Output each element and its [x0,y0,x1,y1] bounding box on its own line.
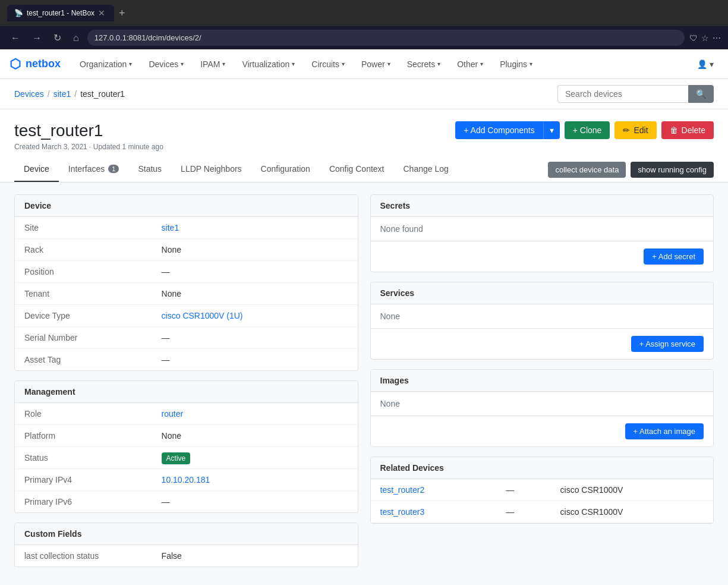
secrets-card-footer: + Add secret [371,241,714,272]
custom-fields-header: Custom Fields [15,523,358,545]
nav-plugins-link[interactable]: Plugins ▾ [493,55,540,74]
nav-devices[interactable]: Devices ▾ [141,55,191,74]
show-running-config-button[interactable]: show running config [631,162,714,178]
secrets-card-body: None found [371,217,714,241]
edit-label: Edit [634,125,648,135]
nav-secrets-label: Secrets [407,59,435,69]
nav-circuits-link[interactable]: Circuits ▾ [304,55,352,74]
breadcrumb-devices[interactable]: Devices [14,89,44,99]
tab-config-context[interactable]: Config Context [320,157,394,182]
primary-ipv4-value[interactable]: 10.10.20.181 [162,475,210,485]
asset-tag-value: — [152,349,358,371]
images-card-body: None [371,392,714,416]
tab-status[interactable]: Status [128,157,171,182]
search-button[interactable]: 🔍 [688,85,714,103]
table-row: test_router2 — cisco CSR1000V [371,479,714,501]
nav-circuits[interactable]: Circuits ▾ [304,55,352,74]
services-card: Services None + Assign service [370,282,714,360]
tab-interfaces[interactable]: Interfaces 1 [59,157,129,182]
images-card-footer: + Attach an image [371,416,714,446]
add-components-button[interactable]: + Add Components [455,121,543,139]
page-meta: Created March 3, 2021 · Updated 1 minute… [14,143,163,151]
tab-change-log-label: Change Log [403,164,448,174]
devices-caret: ▾ [181,61,184,67]
site-label: Site [15,217,152,239]
nav-secrets-link[interactable]: Secrets ▾ [400,55,447,74]
delete-button[interactable]: 🗑 Delete [661,121,714,139]
nav-organization-link[interactable]: Organization ▾ [73,55,139,74]
nav-organization[interactable]: Organization ▾ [73,55,139,74]
interfaces-badge: 1 [108,165,119,173]
edit-button[interactable]: ✏ Edit [614,121,656,139]
nav-ipam[interactable]: IPAM ▾ [193,55,232,74]
search-input[interactable] [557,85,688,103]
reload-button[interactable]: ↻ [50,30,65,46]
tab-device-label: Device [24,164,49,174]
nav-ipam-link[interactable]: IPAM ▾ [193,55,232,74]
last-collection-label: last collection status [15,545,152,567]
forward-button[interactable]: → [29,30,45,46]
primary-ipv6-value: — [152,491,358,513]
position-label: Position [15,261,152,283]
device-type-value[interactable]: cisco CSR1000V (1U) [162,311,243,320]
tab-close-button[interactable]: ✕ [98,8,105,18]
home-button[interactable]: ⌂ [70,30,83,46]
secrets-nav-caret: ▾ [437,61,440,67]
nav-devices-link[interactable]: Devices ▾ [141,55,191,74]
bookmark-icon[interactable]: ☆ [701,33,709,43]
tenant-label: Tenant [15,283,152,305]
nav-power-link[interactable]: Power ▾ [354,55,398,74]
nav-other[interactable]: Other ▾ [450,55,490,74]
table-row: Primary IPv6 — [15,491,358,513]
left-column: Device Site site1 Rack None Position — [14,194,358,577]
attach-image-button[interactable]: + Attach an image [625,423,704,439]
nav-other-link[interactable]: Other ▾ [450,55,490,74]
nav-organization-label: Organization [80,59,127,69]
table-row: Device Type cisco CSR1000V (1U) [15,305,358,327]
user-menu[interactable]: 👤 ▾ [692,55,718,74]
custom-fields-body: last collection status False [15,545,358,567]
add-components-label: + Add Components [464,125,534,135]
breadcrumb-site1[interactable]: site1 [53,89,71,99]
related-devices-card: Related Devices test_router2 — cisco CSR… [370,457,714,524]
related-device-1-name[interactable]: test_router2 [380,485,425,495]
add-components-group: + Add Components ▾ [455,121,559,139]
tab-change-log[interactable]: Change Log [393,157,458,182]
delete-icon: 🗑 [670,125,678,135]
nav-virtualization[interactable]: Virtualization ▾ [235,55,302,74]
action-buttons: + Add Components ▾ + Clone ✏ Edit 🗑 Dele… [455,121,714,139]
tab-device[interactable]: Device [14,157,59,182]
nav-virtualization-link[interactable]: Virtualization ▾ [235,55,302,74]
collect-device-data-button[interactable]: collect device data [548,162,626,178]
tab-lldp-label: LLDP Neighbors [181,164,241,174]
related-device-2-name[interactable]: test_router3 [380,507,425,517]
role-value[interactable]: router [162,409,184,419]
tab-configuration-label: Configuration [261,164,310,174]
new-tab-button[interactable]: + [119,7,125,20]
menu-icon[interactable]: ⋯ [713,33,721,43]
browser-tab[interactable]: 📡 test_router1 - NetBox ✕ [7,5,114,21]
running-config-label: show running config [638,165,707,174]
page-title-area: test_router1 Created March 3, 2021 · Upd… [14,121,163,151]
tab-status-label: Status [138,164,162,174]
assign-service-button[interactable]: + Assign service [631,336,704,352]
tab-configuration[interactable]: Configuration [251,157,320,182]
nav-other-label: Other [457,59,478,69]
clone-button[interactable]: + Clone [565,121,610,139]
edit-icon: ✏ [623,125,630,135]
management-card-header: Management [15,381,358,403]
position-value: — [152,261,358,283]
nav-power[interactable]: Power ▾ [354,55,398,74]
brand-logo[interactable]: ⬡ netbox [10,56,61,72]
add-components-dropdown[interactable]: ▾ [543,121,560,139]
breadcrumb-sep-2: / [74,89,77,99]
images-card: Images None + Attach an image [370,369,714,447]
toolbar-icons: 🛡 ☆ ⋯ [689,33,721,43]
nav-secrets[interactable]: Secrets ▾ [400,55,447,74]
tab-lldp[interactable]: LLDP Neighbors [171,157,251,182]
address-bar[interactable] [87,30,685,46]
back-button[interactable]: ← [7,30,24,46]
add-secret-button[interactable]: + Add secret [644,249,704,265]
nav-plugins[interactable]: Plugins ▾ [493,55,540,74]
site-value[interactable]: site1 [162,223,179,232]
